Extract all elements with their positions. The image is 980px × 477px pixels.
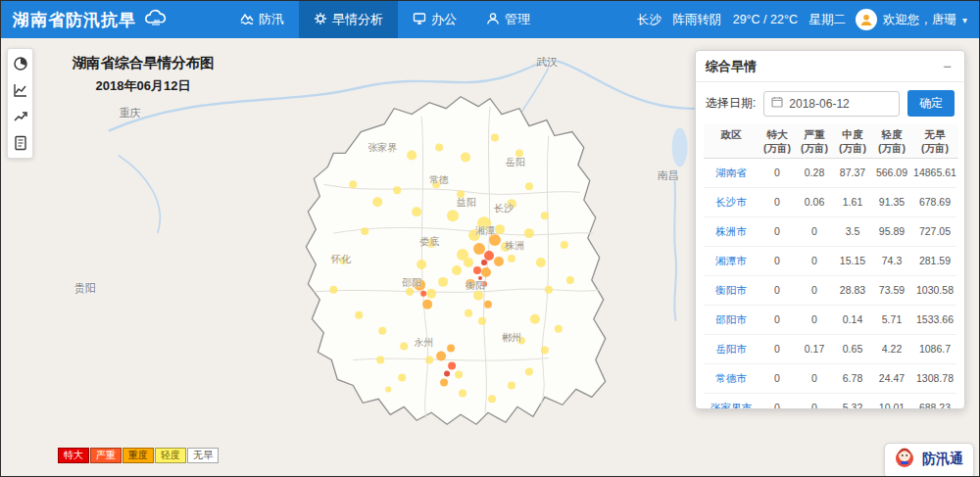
table-row[interactable]: 张家界市 0 0 5.32 10.01 688.23 <box>704 394 956 409</box>
region-cell[interactable]: 衡阳市 <box>704 276 759 305</box>
value-cell-moderate: 0.65 <box>833 335 872 363</box>
value-cell-severe: 0.06 <box>796 188 833 216</box>
region-cell[interactable]: 岳阳市 <box>704 335 759 363</box>
line-chart-icon[interactable] <box>12 81 29 99</box>
table-row[interactable]: 常德市 0 0 6.78 24.47 1308.78 <box>704 364 956 394</box>
nav-label: 旱情分析 <box>332 11 383 28</box>
column-header: 中度 (万亩) <box>833 124 872 159</box>
user-greeting: 欢迎您，唐珊 <box>883 12 956 28</box>
nav-item-flood[interactable]: 防汛 <box>225 1 299 38</box>
monitor-icon <box>413 12 426 28</box>
table-row[interactable]: 长沙市 0 0.06 1.61 91.35 678.69 <box>704 188 956 217</box>
value-cell-light: 91.35 <box>872 188 911 216</box>
legend-item: 重度 <box>122 448 154 463</box>
column-header-line1: 严重 <box>805 128 825 140</box>
column-header-line1: 政区 <box>721 128 742 140</box>
value-cell-extreme: 0 <box>759 335 796 363</box>
table-row[interactable]: 湖南省 0 0.28 87.37 566.09 14865.61 <box>704 159 956 188</box>
user-icon <box>486 12 500 28</box>
legend-label: 重度 <box>128 450 148 460</box>
legend-label: 特大 <box>64 450 83 460</box>
value-cell-extreme: 0 <box>759 188 796 216</box>
collapse-icon[interactable]: − <box>940 59 955 73</box>
legend-item: 轻度 <box>155 448 186 463</box>
region-cell[interactable]: 长沙市 <box>704 188 759 216</box>
value-cell-none: 1086.7 <box>911 335 958 363</box>
legend-item: 特大 <box>58 448 89 463</box>
drought-summary-panel: 综合旱情 − 选择日期: 确定 政区 <box>695 50 965 409</box>
value-cell-none: 14865.61 <box>911 159 958 187</box>
value-cell-severe: 0 <box>796 394 833 409</box>
date-input[interactable] <box>789 97 892 111</box>
trend-chart-icon[interactable] <box>12 108 29 125</box>
value-cell-moderate: 15.15 <box>833 247 872 275</box>
badge-label: 防汛通 <box>922 451 963 468</box>
value-cell-none: 678.69 <box>911 188 958 216</box>
calendar-icon <box>771 96 783 111</box>
weather-city: 长沙 <box>637 13 662 26</box>
pie-chart-icon[interactable] <box>12 55 29 72</box>
column-header-line2: (万亩) <box>839 142 866 154</box>
nav-label: 管理 <box>505 11 530 28</box>
column-header: 严重 (万亩) <box>796 124 833 159</box>
app-logo: 湖南省防汛抗旱 <box>13 9 169 31</box>
main-nav: 防汛 旱情分析 办公 管理 <box>225 1 545 38</box>
value-cell-severe: 0 <box>796 247 833 275</box>
weather-weekday: 星期二 <box>808 13 846 26</box>
value-cell-severe: 0 <box>796 217 833 246</box>
weather-temp: 29°C / 22°C <box>733 13 798 26</box>
table-row[interactable]: 株洲市 0 0 3.5 95.89 727.05 <box>704 217 956 247</box>
region-cell[interactable]: 湖南省 <box>704 159 759 187</box>
value-cell-extreme: 0 <box>759 306 796 334</box>
value-cell-extreme: 0 <box>759 217 796 246</box>
nav-item-management[interactable]: 管理 <box>471 1 545 38</box>
map-title-text: 湖南省综合旱情分布图 <box>60 54 226 72</box>
value-cell-severe: 0 <box>796 306 833 334</box>
chevron-down-icon: ▾ <box>962 15 967 25</box>
mascot-icon <box>893 445 916 474</box>
panel-header: 综合旱情 − <box>696 51 964 82</box>
date-picker[interactable] <box>763 91 900 117</box>
value-cell-extreme: 0 <box>759 364 796 393</box>
weather-info: 长沙 阵雨转阴 29°C / 22°C 星期二 <box>629 12 846 28</box>
severity-legend: 特大严重重度轻度无旱 <box>58 448 220 463</box>
table-row[interactable]: 邵阳市 0 0 0.14 5.71 1533.66 <box>704 306 956 335</box>
drought-table: 政区 特大 (万亩) 严重 (万亩) 中度 <box>704 124 956 409</box>
value-cell-moderate: 3.5 <box>833 217 872 246</box>
value-cell-light: 5.71 <box>872 306 911 334</box>
value-cell-severe: 0 <box>796 364 833 393</box>
nav-item-drought-analysis[interactable]: 旱情分析 <box>299 1 398 38</box>
user-menu[interactable]: 欢迎您，唐珊 ▾ <box>856 9 967 30</box>
value-cell-none: 688.23 <box>911 394 958 409</box>
table-row[interactable]: 岳阳市 0 0.17 0.65 4.22 1086.7 <box>704 335 956 364</box>
nav-item-office[interactable]: 办公 <box>398 1 471 38</box>
region-cell[interactable]: 邵阳市 <box>704 306 759 334</box>
legend-item: 严重 <box>90 448 122 463</box>
top-navbar: 湖南省防汛抗旱 防汛 旱情分析 办公 <box>1 1 979 38</box>
value-cell-extreme: 0 <box>759 276 796 305</box>
column-header-line2: (万亩) <box>801 142 828 154</box>
region-cell[interactable]: 张家界市 <box>704 394 759 409</box>
app-logo-text: 湖南省防汛抗旱 <box>13 9 136 31</box>
map-title: 湖南省综合旱情分布图 2018年06月12日 <box>60 54 226 95</box>
poyang-lake <box>672 128 688 167</box>
report-icon[interactable] <box>12 134 29 152</box>
column-header: 轻度 (万亩) <box>872 124 911 159</box>
table-row[interactable]: 湘潭市 0 0 15.15 74.3 281.59 <box>704 247 956 276</box>
region-cell[interactable]: 湘潭市 <box>704 247 759 275</box>
legend-label: 严重 <box>96 450 116 460</box>
region-cell[interactable]: 常德市 <box>704 364 759 393</box>
table-header-row: 政区 特大 (万亩) 严重 (万亩) 中度 <box>704 124 956 159</box>
value-cell-light: 74.3 <box>872 247 911 275</box>
column-header: 无旱 (万亩) <box>911 124 958 159</box>
value-cell-none: 727.05 <box>911 217 958 246</box>
flood-icon <box>240 12 254 28</box>
value-cell-light: 73.59 <box>872 276 911 305</box>
weather-condition: 阵雨转阴 <box>672 13 721 26</box>
region-cell[interactable]: 株洲市 <box>704 217 759 246</box>
nav-label: 办公 <box>431 11 457 28</box>
confirm-button[interactable]: 确定 <box>907 90 955 117</box>
fangxuntong-badge[interactable]: 防汛通 <box>884 443 974 477</box>
table-row[interactable]: 衡阳市 0 0 28.83 73.59 1030.58 <box>704 276 956 306</box>
date-filter-row: 选择日期: 确定 <box>696 82 964 124</box>
